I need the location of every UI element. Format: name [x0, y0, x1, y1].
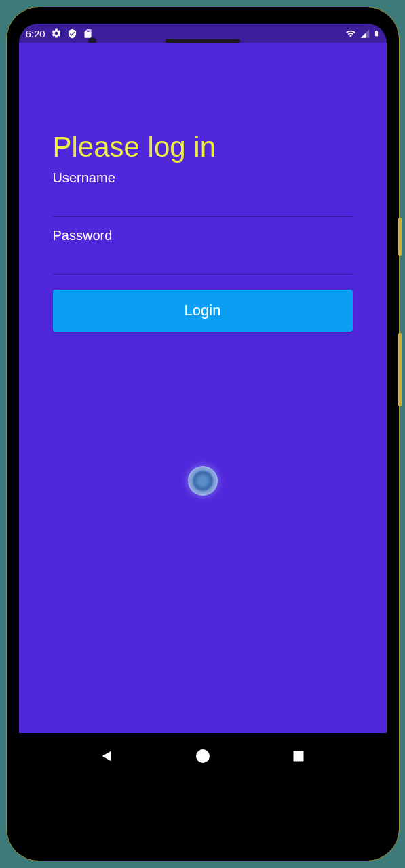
status-left: 6:20 — [26, 28, 93, 39]
app-content: Please log in Username Password Login — [19, 43, 387, 733]
navigation-bar — [19, 733, 387, 779]
svg-point-0 — [196, 749, 210, 763]
password-label: Password — [53, 228, 353, 243]
back-button[interactable] — [100, 749, 115, 764]
shield-icon — [67, 28, 77, 39]
volume-button[interactable] — [398, 333, 402, 406]
recents-button[interactable] — [292, 749, 305, 763]
username-label: Username — [53, 170, 353, 186]
battery-icon — [373, 28, 380, 39]
power-button[interactable] — [398, 218, 402, 256]
status-time: 6:20 — [26, 28, 45, 39]
settings-icon — [51, 28, 62, 39]
wifi-icon — [345, 28, 357, 39]
assistant-orb-icon[interactable] — [188, 466, 218, 496]
home-button[interactable] — [195, 748, 211, 764]
status-right — [345, 28, 380, 39]
svg-rect-1 — [294, 751, 304, 762]
bottom-bezel — [19, 779, 387, 844]
username-input[interactable] — [53, 189, 353, 217]
login-button[interactable]: Login — [53, 290, 353, 332]
screen: 6:20 — [19, 24, 387, 844]
page-title: Please log in — [53, 131, 353, 163]
phone-frame: 6:20 — [6, 7, 400, 861]
signal-icon — [360, 28, 370, 39]
password-input[interactable] — [53, 246, 353, 275]
